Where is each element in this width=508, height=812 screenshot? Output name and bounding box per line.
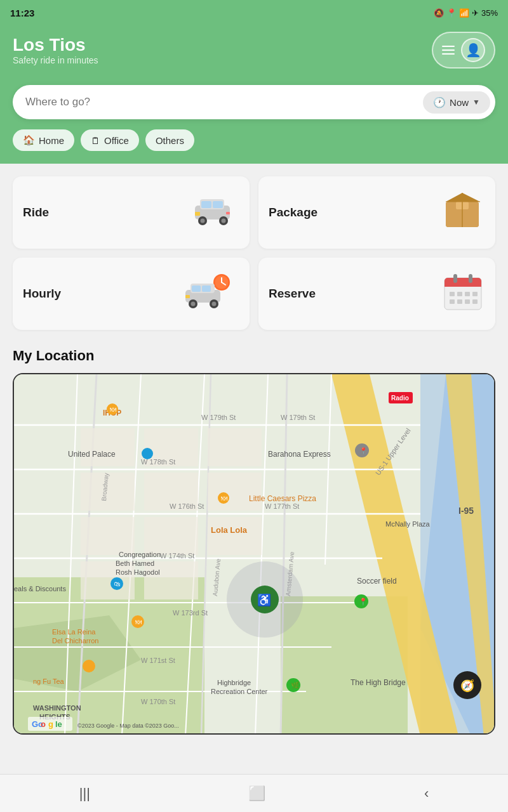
svg-text:W 174th St: W 174th St (160, 552, 194, 560)
reserve-card[interactable]: Reserve (258, 258, 495, 330)
chip-home[interactable]: 🏠 Home (13, 129, 74, 151)
svg-text:Del Chicharron: Del Chicharron (52, 637, 98, 645)
battery-text: 35% (481, 8, 498, 18)
map-container[interactable]: W 179th St W 179th St W 178th St W 176th… (13, 373, 495, 735)
svg-text:W 170th St: W 170th St (141, 698, 175, 705)
hourly-icon (182, 272, 239, 315)
search-bar: 🕐 Now ▼ (13, 85, 495, 119)
reserve-icon (441, 269, 485, 318)
main-content: Ride Package (0, 164, 508, 774)
clock-icon: 🕐 (433, 96, 446, 108)
chevron-down-icon: ▼ (472, 98, 480, 107)
package-icon (441, 188, 485, 237)
svg-text:United Palace: United Palace (68, 450, 116, 459)
svg-rect-74 (81, 561, 135, 599)
map-wrapper: W 179th St W 179th St W 178th St W 176th… (14, 374, 494, 733)
svg-text:Congregation: Congregation (119, 551, 161, 558)
ride-icon (189, 193, 239, 233)
svg-point-3 (201, 218, 205, 223)
now-button[interactable]: 🕐 Now ▼ (423, 91, 490, 114)
my-location-title: My Location (13, 348, 495, 364)
now-label: Now (450, 97, 469, 108)
chip-others[interactable]: Others (145, 129, 194, 151)
ride-card[interactable]: Ride (13, 176, 250, 249)
map-svg: W 179th St W 179th St W 178th St W 176th… (14, 374, 494, 733)
svg-text:ng Fu Tea: ng Fu Tea (33, 678, 65, 685)
mute-icon: 🔕 (434, 8, 444, 18)
svg-text:g: g (48, 719, 53, 729)
chip-home-label: Home (39, 135, 64, 146)
hourly-card[interactable]: Hourly (13, 258, 250, 330)
home-nav-button[interactable]: ⬜ (236, 779, 278, 808)
svg-text:o: o (41, 719, 46, 729)
svg-rect-41 (472, 299, 478, 304)
bottom-nav: ||| ⬜ ‹ (0, 774, 508, 812)
svg-text:WASHINGTON: WASHINGTON (33, 704, 81, 712)
search-row: 🕐 Now ▼ (0, 85, 508, 129)
svg-rect-73 (208, 517, 262, 555)
svg-rect-72 (208, 473, 262, 511)
svg-rect-34 (450, 292, 455, 296)
svg-text:McNally Plaza: McNally Plaza (385, 520, 431, 528)
svg-rect-6 (201, 201, 211, 208)
home-nav-icon: ⬜ (248, 785, 265, 801)
recents-button[interactable]: ||| (67, 779, 103, 808)
back-icon: ‹ (424, 785, 429, 801)
svg-text:🍽: 🍽 (110, 406, 116, 413)
svg-point-23 (191, 302, 196, 306)
status-icons: 🔕 📍 📶 ✈ 35% (434, 8, 498, 18)
svg-rect-33 (469, 274, 472, 283)
back-button[interactable]: ‹ (411, 779, 441, 808)
header: Los Tios Safety ride in minutes 👤 (0, 25, 508, 85)
svg-point-126 (83, 660, 95, 672)
status-bar: 11:23 🔕 📍 📶 ✈ 35% (0, 0, 508, 25)
svg-text:🌿: 🌿 (291, 681, 300, 690)
svg-text:The High Bridge: The High Bridge (351, 678, 406, 687)
home-icon: 🏠 (23, 134, 35, 146)
svg-text:Elsa La Reina: Elsa La Reina (52, 628, 96, 636)
svg-text:🛍: 🛍 (114, 580, 121, 587)
svg-text:W 179th St: W 179th St (201, 414, 236, 421)
svg-rect-31 (444, 282, 481, 287)
package-card[interactable]: Package (258, 176, 495, 249)
svg-rect-38 (450, 299, 455, 304)
svg-text:le: le (55, 719, 62, 729)
svg-rect-70 (144, 517, 198, 555)
hamburger-icon (442, 46, 455, 55)
svg-text:🧭: 🧭 (460, 679, 475, 693)
ride-label: Ride (23, 206, 49, 219)
hourly-label: Hourly (23, 287, 61, 301)
status-time: 11:23 (10, 8, 34, 18)
chips-row: 🏠 Home 🗒 Office Others (0, 129, 508, 164)
svg-rect-9 (226, 212, 230, 214)
svg-text:Soccer field: Soccer field (357, 577, 397, 586)
svg-rect-69 (81, 517, 135, 555)
svg-text:📍: 📍 (359, 447, 368, 455)
chip-others-label: Others (156, 135, 184, 146)
svg-text:📍: 📍 (359, 597, 368, 606)
svg-rect-8 (195, 212, 200, 216)
svg-text:W 171st St: W 171st St (141, 657, 175, 664)
svg-point-25 (212, 302, 217, 306)
search-input[interactable] (25, 96, 423, 108)
services-grid: Ride Package (13, 176, 495, 330)
svg-text:W 179th St: W 179th St (281, 414, 315, 421)
svg-text:Lola Lola: Lola Lola (211, 525, 248, 535)
svg-text:©2023 Google - Map data ©2023 : ©2023 Google - Map data ©2023 Goo... (77, 723, 179, 729)
reserve-label: Reserve (269, 287, 316, 301)
svg-text:I-95: I-95 (458, 506, 474, 516)
svg-text:Beth Hamed: Beth Hamed (116, 560, 154, 567)
svg-text:Barahona Express: Barahona Express (268, 450, 331, 459)
chip-office[interactable]: 🗒 Office (81, 129, 139, 151)
svg-text:Little Caesars Pizza: Little Caesars Pizza (249, 494, 316, 503)
svg-rect-39 (457, 299, 462, 304)
menu-button[interactable]: 👤 (432, 32, 495, 69)
svg-text:Recreation Center: Recreation Center (211, 688, 268, 695)
svg-text:Radio: Radio (391, 395, 409, 402)
svg-rect-44 (281, 596, 408, 733)
svg-rect-36 (465, 292, 470, 296)
app-subtitle: Safety ride in minutes (13, 55, 98, 65)
location-icon: 📍 (446, 8, 457, 18)
svg-text:🍽: 🍽 (221, 495, 227, 502)
wifi-icon: 📶 (459, 8, 469, 18)
